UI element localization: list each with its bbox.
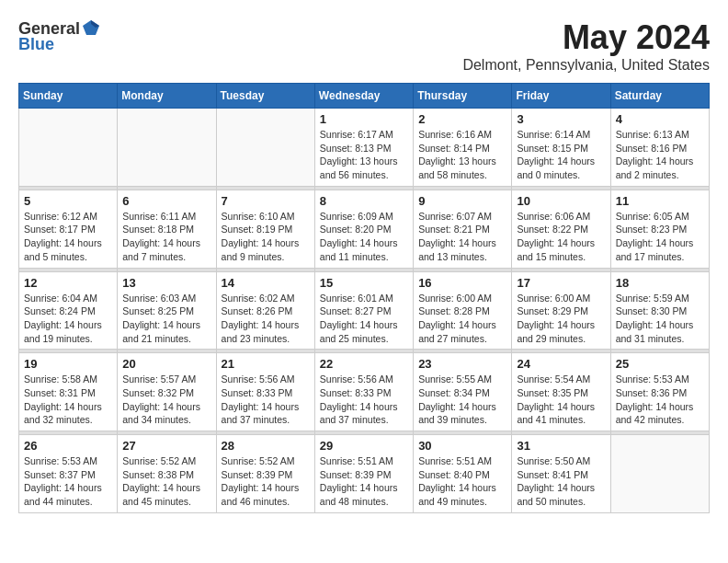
weekday-header-friday: Friday xyxy=(512,84,610,109)
day-info: Sunrise: 6:09 AMSunset: 8:20 PMDaylight:… xyxy=(320,210,408,264)
weekday-header-wednesday: Wednesday xyxy=(314,84,413,109)
calendar-week-row: 19Sunrise: 5:58 AMSunset: 8:31 PMDayligh… xyxy=(19,353,710,431)
calendar-cell xyxy=(118,109,216,187)
day-number: 21 xyxy=(222,357,310,371)
calendar-week-row: 1Sunrise: 6:17 AMSunset: 8:13 PMDaylight… xyxy=(19,109,710,187)
day-info: Sunrise: 5:55 AMSunset: 8:34 PMDaylight:… xyxy=(418,373,506,427)
day-number: 13 xyxy=(122,276,210,290)
day-number: 14 xyxy=(222,276,310,290)
day-number: 20 xyxy=(122,357,210,371)
calendar-cell: 3Sunrise: 6:14 AMSunset: 8:15 PMDaylight… xyxy=(512,109,610,187)
calendar-cell: 14Sunrise: 6:02 AMSunset: 8:26 PMDayligh… xyxy=(216,271,314,350)
day-info: Sunrise: 6:07 AMSunset: 8:21 PMDaylight:… xyxy=(418,210,506,264)
calendar-cell: 27Sunrise: 5:52 AMSunset: 8:38 PMDayligh… xyxy=(118,435,216,513)
day-info: Sunrise: 6:00 AMSunset: 8:29 PMDaylight:… xyxy=(517,292,605,346)
day-number: 9 xyxy=(418,194,506,208)
day-info: Sunrise: 6:13 AMSunset: 8:16 PMDaylight:… xyxy=(616,128,704,182)
day-info: Sunrise: 6:00 AMSunset: 8:28 PMDaylight:… xyxy=(418,292,506,346)
calendar-cell: 24Sunrise: 5:54 AMSunset: 8:35 PMDayligh… xyxy=(512,353,610,431)
weekday-header-saturday: Saturday xyxy=(610,84,709,109)
day-number: 19 xyxy=(24,357,112,371)
calendar-cell: 9Sunrise: 6:07 AMSunset: 8:21 PMDaylight… xyxy=(414,190,512,268)
calendar-cell: 30Sunrise: 5:51 AMSunset: 8:40 PMDayligh… xyxy=(414,435,512,513)
day-number: 31 xyxy=(517,439,605,453)
day-info: Sunrise: 5:53 AMSunset: 8:37 PMDaylight:… xyxy=(24,454,112,509)
calendar-cell: 18Sunrise: 5:59 AMSunset: 8:30 PMDayligh… xyxy=(610,271,709,350)
day-info: Sunrise: 5:56 AMSunset: 8:33 PMDaylight:… xyxy=(222,373,310,427)
day-info: Sunrise: 5:58 AMSunset: 8:31 PMDaylight:… xyxy=(24,373,112,427)
day-number: 22 xyxy=(320,357,408,371)
day-number: 15 xyxy=(320,276,408,290)
calendar-table: SundayMondayTuesdayWednesdayThursdayFrid… xyxy=(18,83,710,513)
calendar-cell: 8Sunrise: 6:09 AMSunset: 8:20 PMDaylight… xyxy=(314,190,413,268)
weekday-header-sunday: Sunday xyxy=(19,84,118,109)
day-info: Sunrise: 6:14 AMSunset: 8:15 PMDaylight:… xyxy=(517,128,605,182)
calendar-cell: 29Sunrise: 5:51 AMSunset: 8:39 PMDayligh… xyxy=(314,435,413,513)
day-info: Sunrise: 5:57 AMSunset: 8:32 PMDaylight:… xyxy=(122,373,210,427)
calendar-cell: 15Sunrise: 6:01 AMSunset: 8:27 PMDayligh… xyxy=(314,271,413,350)
calendar-cell: 17Sunrise: 6:00 AMSunset: 8:29 PMDayligh… xyxy=(512,271,610,350)
day-number: 2 xyxy=(418,112,506,126)
location-subtitle: Delmont, Pennsylvania, United States xyxy=(462,57,710,74)
day-info: Sunrise: 6:04 AMSunset: 8:24 PMDaylight:… xyxy=(24,292,112,346)
calendar-cell: 25Sunrise: 5:53 AMSunset: 8:36 PMDayligh… xyxy=(610,353,709,431)
day-info: Sunrise: 6:12 AMSunset: 8:17 PMDaylight:… xyxy=(24,210,112,264)
day-number: 30 xyxy=(418,439,506,453)
calendar-cell: 20Sunrise: 5:57 AMSunset: 8:32 PMDayligh… xyxy=(118,353,216,431)
day-info: Sunrise: 5:56 AMSunset: 8:33 PMDaylight:… xyxy=(320,373,408,427)
calendar-cell: 2Sunrise: 6:16 AMSunset: 8:14 PMDaylight… xyxy=(414,109,512,187)
calendar-cell: 23Sunrise: 5:55 AMSunset: 8:34 PMDayligh… xyxy=(414,353,512,431)
day-number: 6 xyxy=(122,194,210,208)
day-info: Sunrise: 6:06 AMSunset: 8:22 PMDaylight:… xyxy=(517,210,605,264)
calendar-cell xyxy=(216,109,314,187)
day-number: 29 xyxy=(320,439,408,453)
day-info: Sunrise: 5:51 AMSunset: 8:40 PMDaylight:… xyxy=(418,454,506,509)
calendar-cell: 7Sunrise: 6:10 AMSunset: 8:19 PMDaylight… xyxy=(216,190,314,268)
day-number: 5 xyxy=(24,194,112,208)
day-info: Sunrise: 6:01 AMSunset: 8:27 PMDaylight:… xyxy=(320,292,408,346)
calendar-week-row: 26Sunrise: 5:53 AMSunset: 8:37 PMDayligh… xyxy=(19,435,710,513)
calendar-cell xyxy=(610,435,709,513)
day-info: Sunrise: 6:16 AMSunset: 8:14 PMDaylight:… xyxy=(418,128,506,182)
day-info: Sunrise: 6:17 AMSunset: 8:13 PMDaylight:… xyxy=(320,128,408,182)
day-info: Sunrise: 5:51 AMSunset: 8:39 PMDaylight:… xyxy=(320,454,408,509)
day-number: 7 xyxy=(222,194,310,208)
day-number: 27 xyxy=(122,439,210,453)
month-year-title: May 2024 xyxy=(462,18,710,57)
calendar-cell: 19Sunrise: 5:58 AMSunset: 8:31 PMDayligh… xyxy=(19,353,118,431)
day-info: Sunrise: 6:05 AMSunset: 8:23 PMDaylight:… xyxy=(616,210,704,264)
day-number: 4 xyxy=(616,112,704,126)
day-number: 17 xyxy=(517,276,605,290)
calendar-week-row: 12Sunrise: 6:04 AMSunset: 8:24 PMDayligh… xyxy=(19,271,710,350)
day-info: Sunrise: 5:50 AMSunset: 8:41 PMDaylight:… xyxy=(517,454,605,509)
logo-flag-icon xyxy=(81,18,101,39)
day-number: 25 xyxy=(616,357,704,371)
day-number: 23 xyxy=(418,357,506,371)
weekday-header-row: SundayMondayTuesdayWednesdayThursdayFrid… xyxy=(19,84,710,109)
day-info: Sunrise: 5:54 AMSunset: 8:35 PMDaylight:… xyxy=(517,373,605,427)
calendar-cell: 26Sunrise: 5:53 AMSunset: 8:37 PMDayligh… xyxy=(19,435,118,513)
weekday-header-monday: Monday xyxy=(118,84,216,109)
day-info: Sunrise: 5:52 AMSunset: 8:38 PMDaylight:… xyxy=(122,454,210,509)
calendar-cell: 4Sunrise: 6:13 AMSunset: 8:16 PMDaylight… xyxy=(610,109,709,187)
calendar-cell: 5Sunrise: 6:12 AMSunset: 8:17 PMDaylight… xyxy=(19,190,118,268)
calendar-cell: 31Sunrise: 5:50 AMSunset: 8:41 PMDayligh… xyxy=(512,435,610,513)
day-number: 12 xyxy=(24,276,112,290)
calendar-cell: 16Sunrise: 6:00 AMSunset: 8:28 PMDayligh… xyxy=(414,271,512,350)
day-number: 11 xyxy=(616,194,704,208)
day-info: Sunrise: 6:11 AMSunset: 8:18 PMDaylight:… xyxy=(122,210,210,264)
weekday-header-thursday: Thursday xyxy=(414,84,512,109)
day-number: 10 xyxy=(517,194,605,208)
day-info: Sunrise: 6:02 AMSunset: 8:26 PMDaylight:… xyxy=(222,292,310,346)
day-number: 24 xyxy=(517,357,605,371)
calendar-cell: 11Sunrise: 6:05 AMSunset: 8:23 PMDayligh… xyxy=(610,190,709,268)
calendar-cell: 13Sunrise: 6:03 AMSunset: 8:25 PMDayligh… xyxy=(118,271,216,350)
calendar-cell: 1Sunrise: 6:17 AMSunset: 8:13 PMDaylight… xyxy=(314,109,413,187)
calendar-week-row: 5Sunrise: 6:12 AMSunset: 8:17 PMDaylight… xyxy=(19,190,710,268)
day-number: 3 xyxy=(517,112,605,126)
calendar-cell xyxy=(19,109,118,187)
day-info: Sunrise: 5:53 AMSunset: 8:36 PMDaylight:… xyxy=(616,373,704,427)
logo: General Blue xyxy=(18,18,102,54)
calendar-cell: 10Sunrise: 6:06 AMSunset: 8:22 PMDayligh… xyxy=(512,190,610,268)
day-number: 28 xyxy=(222,439,310,453)
